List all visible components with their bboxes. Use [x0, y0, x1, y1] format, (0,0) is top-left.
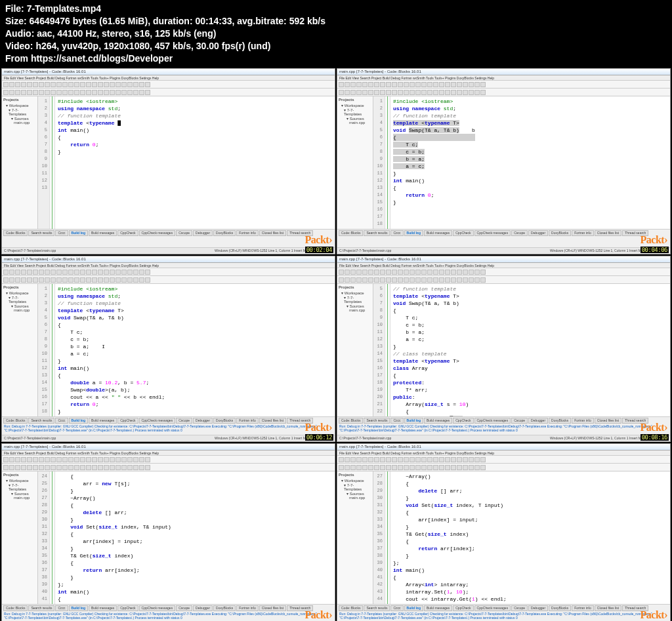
toolbar-icon[interactable]	[427, 277, 432, 283]
log-tab[interactable]: Cscope	[511, 230, 528, 236]
logs-panel[interactable]: Code::BlocksSearch resultsCcccBuild logB…	[337, 229, 670, 247]
toolbar-icon[interactable]	[350, 270, 356, 275]
project-sidebar[interactable]: Projects▾ Workspace▾ 7-7-Templates▾ Sour…	[337, 284, 373, 416]
toolbar-icon[interactable]	[339, 465, 344, 470]
toolbar-icon[interactable]	[62, 465, 68, 470]
code-area[interactable]: #include <iostream>using namespace std;/…	[390, 96, 478, 229]
project-sidebar[interactable]: Projects▾ Workspace▾ 7-7-Templates▾ Sour…	[2, 284, 38, 416]
toolbar-icon[interactable]	[33, 90, 38, 95]
toolbar-icon[interactable]	[104, 457, 109, 462]
toolbar-icon[interactable]	[362, 465, 368, 470]
toolbar-icon[interactable]	[339, 277, 344, 283]
log-tab[interactable]: Build messages	[89, 605, 117, 611]
log-tab[interactable]: Code::Blocks	[3, 605, 28, 611]
toolbar-icon[interactable]	[133, 465, 138, 470]
toolbar-icon[interactable]	[145, 457, 150, 462]
toolbar-icon[interactable]	[463, 465, 468, 470]
toolbar-icon[interactable]	[386, 457, 391, 462]
toolbar-icon[interactable]	[68, 82, 74, 87]
tree-file[interactable]: main.cpp	[339, 308, 371, 312]
toolbar-icon[interactable]	[457, 277, 462, 283]
toolbar-icon[interactable]	[9, 465, 14, 470]
toolbar-icon[interactable]	[439, 465, 444, 470]
toolbar-icon[interactable]	[56, 90, 62, 95]
toolbar-icon[interactable]	[39, 457, 44, 462]
log-tab[interactable]: DoxyBlocks	[213, 230, 236, 236]
code-editor[interactable]: 12345678910111213141516171819202122#incl…	[38, 284, 335, 416]
toolbar-icon[interactable]	[421, 82, 427, 87]
toolbar-icon[interactable]	[9, 457, 14, 462]
tree-folder[interactable]: ▾ Sources	[339, 116, 371, 121]
toolbar-icon[interactable]	[133, 82, 138, 87]
toolbar-icon[interactable]	[92, 465, 97, 470]
toolbar-icon[interactable]	[469, 457, 474, 462]
toolbar-icon[interactable]	[121, 270, 127, 275]
log-tab[interactable]: Build messages	[424, 605, 452, 611]
toolbar-icon[interactable]	[27, 457, 32, 462]
toolbar-icon[interactable]	[116, 270, 121, 275]
toolbar-icon[interactable]	[15, 82, 20, 87]
code-editor[interactable]: 5678910111213141516171819202122232425262…	[373, 284, 670, 416]
code-editor[interactable]: 2728293031323334353637383940414243444546…	[373, 471, 670, 604]
toolbar-icon[interactable]	[45, 90, 50, 95]
toolbar-icon[interactable]	[356, 277, 362, 283]
tree-workspace[interactable]: ▾ Workspace	[339, 103, 371, 108]
toolbar-icon[interactable]	[39, 270, 44, 275]
toolbar-icon[interactable]	[463, 277, 468, 283]
code-area[interactable]: ~Array() { delete [] arr; } void Set(siz…	[390, 471, 509, 604]
toolbar-icon[interactable]	[74, 82, 79, 87]
toolbar-icon[interactable]	[15, 270, 20, 275]
log-tab[interactable]: Cccc	[390, 230, 403, 236]
toolbar-icon[interactable]	[121, 82, 127, 87]
log-tab[interactable]: Fortran info	[236, 605, 259, 611]
log-tab[interactable]: Debugger	[193, 605, 213, 611]
toolbar-icon[interactable]	[469, 270, 474, 275]
toolbar-icon[interactable]	[62, 82, 68, 87]
toolbar-icon[interactable]	[139, 270, 144, 275]
toolbar-icon[interactable]	[350, 277, 356, 283]
toolbar-icon[interactable]	[39, 465, 44, 470]
tree-folder[interactable]: ▾ Sources	[339, 304, 371, 308]
toolbar-icon[interactable]	[404, 457, 409, 462]
sidebar-tab[interactable]: Projects	[3, 285, 36, 289]
log-tab[interactable]: Code::Blocks	[339, 605, 363, 611]
log-tab[interactable]: CppCheck	[453, 230, 473, 236]
code-area[interactable]: { arr = new T[s]; } ~Array() { delete []…	[55, 471, 174, 604]
toolbar-icon[interactable]	[345, 82, 350, 87]
toolbar-icon[interactable]	[45, 82, 50, 87]
toolbar-icon[interactable]	[404, 82, 409, 87]
toolbar-icon[interactable]	[421, 90, 427, 95]
window-titlebar[interactable]: main.cpp [7-7-Templates] - Code::Blocks …	[2, 256, 335, 263]
toolbar-icon[interactable]	[139, 82, 144, 87]
log-tab[interactable]: Closed files list	[595, 230, 621, 236]
window-titlebar[interactable]: main.cpp [7-7-Templates] - Code::Blocks …	[337, 256, 670, 263]
toolbar-icon[interactable]	[374, 277, 379, 283]
log-tab[interactable]: Cccc	[55, 418, 68, 424]
log-tab[interactable]: Build messages	[89, 230, 117, 236]
toolbar-icon[interactable]	[415, 90, 421, 95]
toolbar-icon[interactable]	[392, 90, 397, 95]
code-area[interactable]: #include <iostream>using namespace std;/…	[55, 284, 167, 416]
toolbar-row[interactable]	[337, 81, 670, 89]
log-tab[interactable]: Cscope	[511, 605, 528, 611]
log-tab[interactable]: Closed files list	[595, 605, 621, 611]
toolbar-row[interactable]	[2, 81, 335, 89]
toolbar-icon[interactable]	[451, 465, 456, 470]
toolbar-icon[interactable]	[380, 82, 385, 87]
toolbar-icon[interactable]	[80, 465, 85, 470]
toolbar-icon[interactable]	[433, 82, 438, 87]
toolbar-icon[interactable]	[368, 277, 373, 283]
toolbar-icon[interactable]	[374, 90, 379, 95]
toolbar-icon[interactable]	[98, 270, 103, 275]
toolbar-icon[interactable]	[127, 457, 133, 462]
log-tab[interactable]: Fortran info	[572, 605, 594, 611]
toolbar-icon[interactable]	[51, 457, 56, 462]
toolbar-icon[interactable]	[127, 90, 133, 95]
toolbar-icon[interactable]	[9, 277, 14, 283]
toolbar-icon[interactable]	[451, 270, 456, 275]
toolbar-icon[interactable]	[469, 82, 474, 87]
logs-panel[interactable]: Code::BlocksSearch resultsCcccBuild logB…	[2, 604, 335, 621]
log-tab[interactable]: Debugger	[193, 418, 213, 424]
toolbar-icon[interactable]	[474, 465, 480, 470]
toolbar-icon[interactable]	[139, 277, 144, 283]
